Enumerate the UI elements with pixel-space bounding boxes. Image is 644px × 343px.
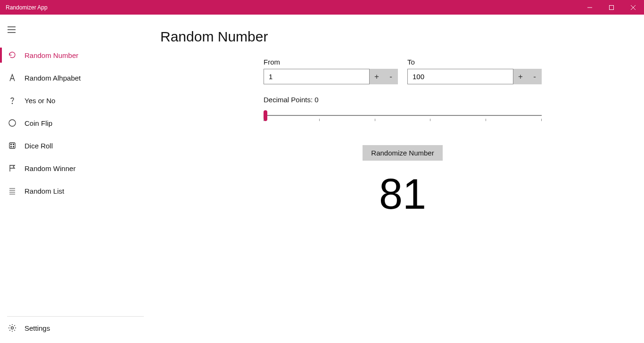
decimal-points-label: Decimal Points: 0	[264, 96, 542, 104]
close-button[interactable]	[622, 0, 644, 15]
slider-ticks	[264, 119, 542, 121]
page-title: Random Number	[160, 29, 625, 45]
nav-label: Yes or No	[25, 97, 55, 105]
main-content: Random Number From + - To + -	[151, 15, 644, 343]
to-label: To	[407, 58, 542, 66]
nav-label: Random List	[25, 187, 64, 195]
svg-point-8	[11, 327, 14, 329]
dice-icon	[8, 141, 17, 150]
nav-item-coin-flip[interactable]: Coin Flip	[0, 112, 151, 134]
nav-label: Coin Flip	[25, 119, 52, 127]
to-input[interactable]	[407, 69, 513, 84]
from-decrement-button[interactable]: -	[384, 69, 398, 84]
gear-icon	[8, 323, 17, 333]
to-increment-button[interactable]: +	[513, 69, 528, 84]
letter-a-icon	[8, 73, 17, 82]
list-icon	[8, 186, 17, 196]
refresh-icon	[8, 50, 17, 60]
nav-item-settings[interactable]: Settings	[7, 317, 144, 339]
hamburger-icon	[8, 26, 16, 33]
nav-label: Random Alhpabet	[25, 74, 81, 82]
nav-item-dice-roll[interactable]: Dice Roll	[0, 134, 151, 157]
settings-label: Settings	[25, 324, 50, 332]
nav-item-random-list[interactable]: Random List	[0, 180, 151, 202]
title-bar: Randomizer App	[0, 0, 644, 15]
svg-point-5	[13, 144, 14, 145]
svg-point-2	[9, 120, 16, 126]
svg-point-1	[12, 103, 12, 104]
svg-point-4	[11, 144, 12, 145]
from-increment-button[interactable]: +	[370, 69, 384, 84]
nav-label: Random Number	[25, 51, 78, 59]
nav-item-random-alphabet[interactable]: Random Alhpabet	[0, 66, 151, 89]
circle-icon	[8, 118, 17, 128]
minimize-button[interactable]	[579, 0, 601, 15]
slider-track	[264, 115, 542, 116]
to-decrement-button[interactable]: -	[528, 69, 542, 84]
svg-point-7	[13, 147, 14, 147]
randomize-button[interactable]: Randomize Number	[363, 145, 442, 161]
flag-icon	[8, 163, 17, 173]
question-icon	[8, 96, 17, 105]
window-title: Randomizer App	[6, 4, 579, 11]
nav-label: Dice Roll	[25, 142, 53, 150]
decimal-slider[interactable]	[264, 112, 542, 126]
nav-item-random-number[interactable]: Random Number	[0, 44, 151, 66]
from-label: From	[264, 58, 398, 66]
sidebar: Random Number Random Alhpabet Yes or No	[0, 15, 151, 343]
svg-rect-0	[610, 5, 614, 9]
nav-item-yes-or-no[interactable]: Yes or No	[0, 89, 151, 112]
result-number: 81	[264, 170, 542, 219]
nav-list: Random Number Random Alhpabet Yes or No	[0, 41, 151, 316]
nav-item-random-winner[interactable]: Random Winner	[0, 157, 151, 180]
nav-label: Random Winner	[25, 164, 75, 172]
hamburger-button[interactable]	[0, 18, 23, 41]
maximize-button[interactable]	[601, 0, 622, 15]
svg-point-6	[11, 147, 12, 147]
svg-rect-3	[9, 143, 15, 148]
from-input[interactable]	[264, 69, 370, 84]
